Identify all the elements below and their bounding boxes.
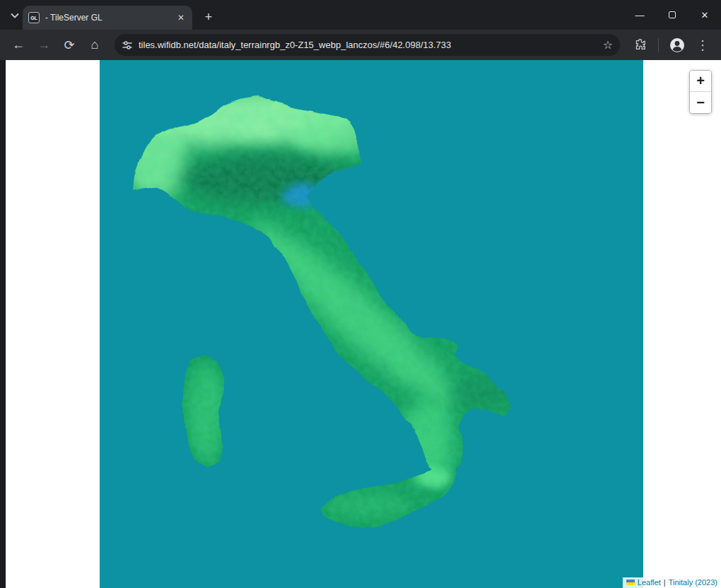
browser-window: GL - TileServer GL ✕ + — ✕ ← → ⟳ ⌂ tiles… xyxy=(0,0,721,588)
tab-favicon: GL xyxy=(28,12,40,23)
leaflet-attribution: Leaflet | Tinitaly (2023) xyxy=(623,577,721,588)
site-info-icon[interactable] xyxy=(122,40,133,51)
tab-tileserver-gl[interactable]: GL - TileServer GL ✕ xyxy=(23,6,192,30)
maximize-icon xyxy=(669,11,676,18)
minimize-button[interactable]: — xyxy=(623,0,656,30)
forward-button[interactable]: → xyxy=(33,34,55,57)
tab-close-icon[interactable]: ✕ xyxy=(175,12,187,23)
extensions-puzzle-icon xyxy=(634,39,646,51)
tab-title: - TileServer GL xyxy=(45,13,170,23)
leaflet-zoom-control: + − xyxy=(689,70,712,114)
profile-avatar-icon xyxy=(669,37,685,53)
close-button[interactable]: ✕ xyxy=(688,0,721,30)
window-controls: — ✕ xyxy=(623,0,721,30)
page-content: + − Leaflet | Tinitaly (2023) xyxy=(0,60,721,588)
zoom-in-button[interactable]: + xyxy=(690,71,711,92)
ukraine-flag-icon xyxy=(626,580,635,585)
home-button[interactable]: ⌂ xyxy=(83,34,106,57)
maximize-button[interactable] xyxy=(656,0,688,30)
source-link[interactable]: Tinitaly (2023) xyxy=(669,578,717,587)
reload-button[interactable]: ⟳ xyxy=(58,34,81,57)
window-edge xyxy=(0,60,6,588)
extensions-button[interactable] xyxy=(628,34,651,57)
url-text[interactable]: tiles.wifidb.net/data/italy_terrainrgb_z… xyxy=(139,40,597,50)
toolbar-divider xyxy=(658,38,659,52)
chevron-down-icon xyxy=(11,13,19,18)
back-button[interactable]: ← xyxy=(7,34,30,57)
attribution-separator: | xyxy=(664,578,666,587)
italy-terrain-map xyxy=(100,60,643,588)
new-tab-button[interactable]: + xyxy=(199,8,218,26)
profile-button[interactable] xyxy=(666,34,688,57)
bookmark-star-icon[interactable]: ☆ xyxy=(603,38,613,52)
address-bar[interactable]: tiles.wifidb.net/data/italy_terrainrgb_z… xyxy=(115,34,620,56)
menu-button[interactable]: ⋮ xyxy=(691,34,714,57)
browser-toolbar: ← → ⟳ ⌂ tiles.wifidb.net/data/italy_terr… xyxy=(0,30,721,60)
zoom-out-button[interactable]: − xyxy=(690,92,711,113)
map-tile-area[interactable] xyxy=(100,60,643,588)
leaflet-link[interactable]: Leaflet xyxy=(638,578,661,587)
tab-search-button[interactable] xyxy=(6,6,24,25)
tab-strip: GL - TileServer GL ✕ + — ✕ xyxy=(0,0,721,30)
